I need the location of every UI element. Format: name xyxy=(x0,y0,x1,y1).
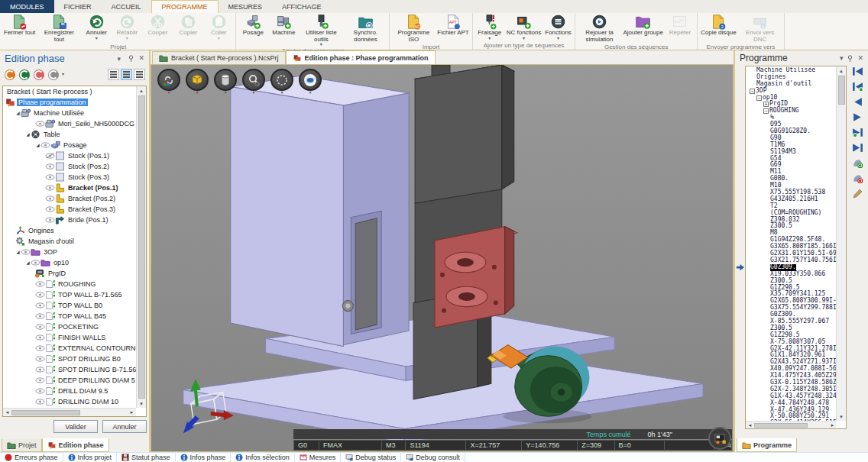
tree-item-bracket-pos-1[interactable]: Bracket (Pos.1) xyxy=(3,183,136,193)
fraisage-button[interactable]: Fraisage▾ xyxy=(474,13,505,41)
status-debug-status[interactable]: Debug status xyxy=(341,453,401,462)
rejouer-la-simulation-button[interactable]: Rejouer la simulation xyxy=(577,13,621,44)
tree-item-posage[interactable]: Posage xyxy=(3,140,136,150)
tree-vertical-scrollbar[interactable]: ▲ ▼ xyxy=(136,86,146,408)
dropdown-caret-icon[interactable]: ▾ xyxy=(309,91,311,95)
tree-item-top-wall-b-71-565[interactable]: TOP WALL B-71.565 xyxy=(3,289,136,300)
scrollbar-thumb[interactable] xyxy=(11,410,80,415)
status-erreurs-phase[interactable]: Erreurs phase xyxy=(0,453,63,462)
tree-item-bride-pos-1[interactable]: Bride (Pos.1) xyxy=(3,215,136,225)
tree-item-spot-drilling-b-71-565[interactable]: SPOT DRILLING B-71.565 xyxy=(3,364,136,375)
tree-item-op10[interactable]: op10 xyxy=(3,257,136,268)
dropdown-caret-icon[interactable]: ▾ xyxy=(62,73,64,76)
gcode-vertical-scrollbar[interactable]: ▲ ▼ xyxy=(836,66,846,421)
dropdown-caret-icon[interactable]: ▾ xyxy=(224,91,226,95)
tree-item-finish-walls[interactable]: FINISH WALLS xyxy=(3,332,136,343)
tree-item-machine-utilisee[interactable]: Machine Utilisée xyxy=(3,108,136,118)
scroll-left-icon[interactable]: ◄ xyxy=(746,421,754,429)
fonctions-button[interactable]: Fonctions▾ xyxy=(542,13,573,41)
list-small-view-button[interactable] xyxy=(134,69,145,80)
panel-dropdown-icon[interactable]: ▾ xyxy=(117,55,124,62)
scroll-right-icon[interactable]: ► xyxy=(828,421,837,429)
tree-item-3op[interactable]: 3OP xyxy=(3,247,136,257)
fichier-apt-button[interactable]: APTFichier APT xyxy=(436,13,470,37)
tab-projet[interactable]: Projet xyxy=(2,439,42,452)
envoi-vers-dnc-button[interactable]: Envoi vers DNC xyxy=(738,13,782,44)
panel-close-icon[interactable]: ✕ xyxy=(857,54,863,62)
panel-pin-icon[interactable] xyxy=(847,55,853,62)
tree-item-stock-pos-2[interactable]: Stock (Pos.2) xyxy=(3,161,136,172)
tree-item-drill-diam-9-5[interactable]: DRILL DIAM 9.5 xyxy=(3,386,136,396)
machine-3d-scene[interactable] xyxy=(151,65,733,451)
3d-canvas[interactable]: ▾▾▾▾▾▾ Temps cumulé 0h 1'43" G0FMAXM3S11… xyxy=(151,64,734,452)
tree-item-drilling-diam-10[interactable]: DRILLING DIAM 10 xyxy=(3,396,136,407)
dropdown-caret-icon[interactable]: ▾ xyxy=(280,91,283,95)
tree-item-external-contourni[interactable]: EXTERNAL CONTOURNI xyxy=(3,343,136,354)
status-statut-phase[interactable]: Statut phase xyxy=(117,453,176,462)
viewport-solid-view-button[interactable]: ▾ xyxy=(186,69,209,95)
collapse-icon[interactable]: − xyxy=(756,95,762,101)
tree-item-stock-pos-3[interactable]: Stock (Pos.3) xyxy=(3,172,136,183)
scroll-down-icon[interactable]: ▼ xyxy=(138,399,146,408)
gcode-horizontal-scrollbar[interactable]: ◄ ► xyxy=(746,421,837,428)
viewport-tab-edition-phase-phase-programmation[interactable]: Edition phase : Phase programmation xyxy=(286,50,436,64)
machine-button[interactable]: Machine xyxy=(268,13,299,37)
phase-red-button[interactable] xyxy=(33,69,45,81)
tree-item-stock-pos-1[interactable]: Stock (Pos.1) xyxy=(3,150,136,161)
status-infos-selection[interactable]: Infos sélection xyxy=(231,453,295,462)
tree-item-prgid[interactable]: PrgID xyxy=(3,268,136,279)
copie-disque-button[interactable]: 2Copie disque xyxy=(699,13,738,37)
gcode-line[interactable]: G0G91G28Z0. xyxy=(747,128,837,135)
expand-icon[interactable]: + xyxy=(763,102,769,107)
go-first-button[interactable] xyxy=(852,66,863,76)
fermer-tout-button[interactable]: Fermer tout xyxy=(2,13,37,37)
ribbon-tab-mesures[interactable]: MESURES xyxy=(219,0,273,13)
coller-button[interactable]: Coller▾ xyxy=(203,13,234,41)
tree-item-roughing[interactable]: ROUGHING xyxy=(3,279,136,289)
tree-horizontal-scrollbar[interactable]: ◄ ► xyxy=(3,408,136,416)
dropdown-caret-icon[interactable]: ▾ xyxy=(252,91,254,95)
ajouter-groupe-button[interactable]: Ajouter groupe xyxy=(621,13,664,37)
valider-button[interactable]: Valider xyxy=(53,420,98,433)
list-detail-view-button[interactable] xyxy=(121,69,132,80)
tree-item-top-wall-b0[interactable]: TOP WALL B0 xyxy=(3,300,136,311)
retablir-button[interactable]: Rétablir▾ xyxy=(112,13,142,41)
repeter-button[interactable]: Répéter xyxy=(665,13,695,37)
status-infos-phase[interactable]: Infos phase xyxy=(176,453,232,462)
nc-fonctions-button[interactable]: NC fonctions▾ xyxy=(505,13,543,41)
tab-edition-phase[interactable]: Edition phase xyxy=(42,438,109,452)
copier-button[interactable]: Copier xyxy=(173,13,203,37)
viewport-tab-bracket-start-re-process-ncsprj[interactable]: Bracket ( Start Re-process ).NcsPrj xyxy=(152,51,286,64)
tree-item-bracket-pos-2[interactable]: Bracket (Pos.2) xyxy=(3,193,136,204)
status-debug-consult[interactable]: Debug consult xyxy=(401,453,465,462)
scroll-left-icon[interactable]: ◄ xyxy=(3,409,11,417)
phase-gray-button[interactable] xyxy=(47,69,60,81)
step-back-button[interactable] xyxy=(852,97,863,107)
annuler-button[interactable]: Annuler xyxy=(102,420,147,433)
phase-orange-button[interactable] xyxy=(4,69,16,81)
gcode-line[interactable]: −op10 xyxy=(747,95,837,102)
gcode-line[interactable]: G90 xyxy=(747,135,837,142)
go-last-button[interactable] xyxy=(852,143,863,153)
dropdown-caret-icon[interactable]: ▾ xyxy=(167,91,170,95)
status-infos-projet[interactable]: Infos projet xyxy=(63,453,118,462)
tree-item-deep-drilling-diam-5[interactable]: DEEP DRILLING DIAM 5 xyxy=(3,375,136,386)
gcode-line[interactable]: G43Z405.216H1 xyxy=(747,196,837,203)
tree-item-top-wall-b45[interactable]: TOP WALL B45 xyxy=(3,311,136,321)
enregistrer-tout-button[interactable]: Enregistrer tout xyxy=(37,13,81,44)
couper-button[interactable]: Couper xyxy=(142,13,173,37)
run-to-next-button[interactable] xyxy=(852,128,863,137)
viewport-stock-view-button[interactable]: ▾ xyxy=(214,69,237,95)
collapse-icon[interactable]: − xyxy=(763,108,769,114)
panel-pin-icon[interactable] xyxy=(128,55,134,62)
gcode-line[interactable]: % xyxy=(747,115,837,121)
scroll-down-icon[interactable]: ▼ xyxy=(837,412,846,421)
viewport-selection-link-button[interactable]: ▾ xyxy=(157,69,180,95)
gcode-line[interactable]: G69 xyxy=(747,162,837,169)
step-forward-button[interactable] xyxy=(852,112,863,122)
tree-item-table[interactable]: Table xyxy=(3,129,136,140)
panel-close-icon[interactable]: ✕ xyxy=(138,54,144,62)
utiliser-liste-outils-button[interactable]: Utiliser liste outils▾ xyxy=(299,13,343,47)
list-large-view-button[interactable] xyxy=(108,69,119,80)
panel-dropdown-icon[interactable]: ▾ xyxy=(840,54,844,62)
